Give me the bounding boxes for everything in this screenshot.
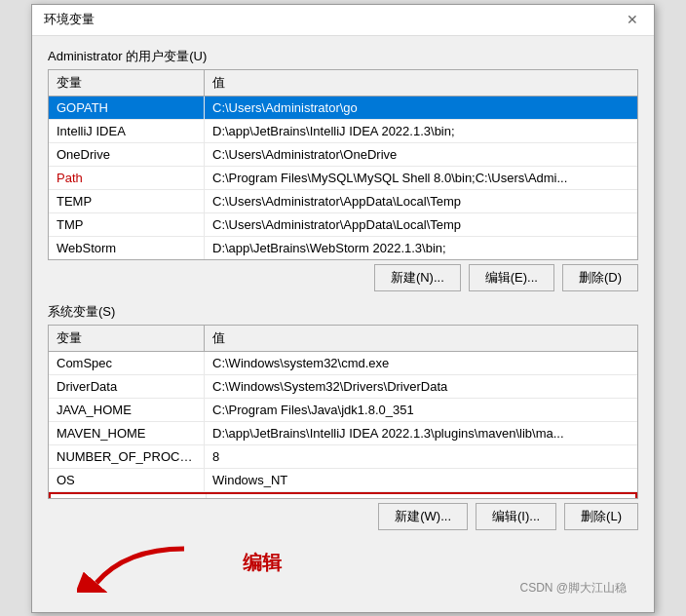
sys-row-name: NUMBER_OF_PROCESSORS xyxy=(49,445,205,468)
user-table-row[interactable]: IntelliJ IDEAD:\app\JetBrains\IntelliJ I… xyxy=(49,120,637,143)
sys-row-value: C:\Program Files\Java\jdk1.8.0_351 xyxy=(205,399,637,421)
user-row-value: C:\Users\Administrator\AppData\Local\Tem… xyxy=(205,190,637,212)
user-row-name: Path xyxy=(49,167,205,189)
user-row-name: TEMP xyxy=(49,190,205,212)
user-row-name: WebStorm xyxy=(49,237,205,259)
user-col-var: 变量 xyxy=(49,70,205,96)
sys-table-row[interactable]: ComSpecC:\Windows\system32\cmd.exe xyxy=(49,352,637,375)
user-row-name: GOPATH xyxy=(49,96,205,119)
sys-table-row[interactable]: JAVA_HOMEC:\Program Files\Java\jdk1.8.0_… xyxy=(49,399,637,422)
user-row-value: D:\app\JetBrains\IntelliJ IDEA 2022.1.3\… xyxy=(205,120,637,142)
user-table-row[interactable]: GOPATHC:\Users\Administrator\go xyxy=(49,96,637,120)
user-row-value: C:\Program Files\MySQL\MySQL Shell 8.0\b… xyxy=(205,167,637,189)
annotation-area: 编辑 CSDN @脚大江山稳 xyxy=(48,542,638,600)
user-table-row[interactable]: TEMPC:\Users\Administrator\AppData\Local… xyxy=(49,190,637,213)
sys-table-header: 变量 值 xyxy=(49,326,637,352)
user-section-label: Administrator 的用户变量(U) xyxy=(48,48,638,65)
sys-row-value: C:\Windows\system32\cmd.exe xyxy=(205,352,637,374)
sys-btn-row: 新建(W)... 编辑(I)... 删除(L) xyxy=(48,503,638,530)
sys-col-val: 值 xyxy=(205,326,637,351)
user-btn-row: 新建(N)... 编辑(E)... 删除(D) xyxy=(48,264,638,291)
user-edit-btn[interactable]: 编辑(E)... xyxy=(469,264,554,291)
sys-col-var: 变量 xyxy=(49,326,205,351)
sys-table-row[interactable]: MAVEN_HOMED:\app\JetBrains\IntelliJ IDEA… xyxy=(49,422,637,445)
sys-table-body[interactable]: ComSpecC:\Windows\system32\cmd.exeDriver… xyxy=(49,352,637,498)
sys-row-value: C:\Windows\System32\Drivers\DriverData xyxy=(205,375,637,398)
user-row-name: IntelliJ IDEA xyxy=(49,120,205,142)
sys-delete-btn[interactable]: 删除(L) xyxy=(564,503,638,530)
user-row-value: C:\Users\Administrator\go xyxy=(205,96,637,119)
edit-annotation-label: 编辑 xyxy=(243,550,282,576)
user-row-value: C:\Users\Administrator\AppData\Local\Tem… xyxy=(205,213,637,236)
sys-row-name: Path xyxy=(51,494,207,498)
sys-row-name: OS xyxy=(49,469,205,491)
user-table-body: GOPATHC:\Users\Administrator\goIntelliJ … xyxy=(49,96,637,259)
sys-section-label: 系统变量(S) xyxy=(48,303,638,321)
sys-table-row[interactable]: DriverDataC:\Windows\System32\Drivers\Dr… xyxy=(49,375,637,399)
user-table-row[interactable]: TMPC:\Users\Administrator\AppData\Local\… xyxy=(49,213,637,237)
close-button[interactable]: ✕ xyxy=(623,10,642,29)
user-row-name: TMP xyxy=(49,213,205,236)
sys-edit-btn[interactable]: 编辑(I)... xyxy=(476,503,556,530)
csdn-watermark: CSDN @脚大江山稳 xyxy=(519,580,627,597)
env-vars-dialog: 环境变量 ✕ Administrator 的用户变量(U) 变量 值 GOPAT… xyxy=(31,4,655,613)
sys-row-value: Windows_NT xyxy=(205,469,637,491)
user-new-btn[interactable]: 新建(N)... xyxy=(374,264,461,291)
sys-row-value: D:\app\vmware\bin;%JAVA_HOME%\bin;C:\Win… xyxy=(207,494,635,498)
dialog-title: 环境变量 xyxy=(44,11,95,28)
sys-row-value: D:\app\JetBrains\IntelliJ IDEA 2022.1.3\… xyxy=(205,422,637,444)
sys-table-row[interactable]: PathD:\app\vmware\bin;%JAVA_HOME%\bin;C:… xyxy=(49,492,637,498)
user-table-row[interactable]: WebStormD:\app\JetBrains\WebStorm 2022.1… xyxy=(49,237,637,259)
user-vars-section: Administrator 的用户变量(U) 变量 值 GOPATHC:\Use… xyxy=(48,48,638,291)
sys-row-value: 8 xyxy=(205,445,637,468)
title-bar: 环境变量 ✕ xyxy=(32,5,654,36)
user-row-value: C:\Users\Administrator\OneDrive xyxy=(205,143,637,166)
sys-table-row[interactable]: OSWindows_NT xyxy=(49,469,637,492)
sys-vars-table: 变量 值 ComSpecC:\Windows\system32\cmd.exeD… xyxy=(48,325,638,499)
red-arrow-icon xyxy=(77,544,194,593)
sys-new-btn[interactable]: 新建(W)... xyxy=(378,503,468,530)
sys-row-name: ComSpec xyxy=(49,352,205,374)
sys-vars-section: 系统变量(S) 变量 值 ComSpecC:\Windows\system32\… xyxy=(48,303,638,530)
sys-table-row[interactable]: NUMBER_OF_PROCESSORS8 xyxy=(49,445,637,469)
user-row-value: D:\app\JetBrains\WebStorm 2022.1.3\bin; xyxy=(205,237,637,259)
dialog-body: Administrator 的用户变量(U) 变量 值 GOPATHC:\Use… xyxy=(32,36,654,612)
sys-row-name: JAVA_HOME xyxy=(49,399,205,421)
user-delete-btn[interactable]: 删除(D) xyxy=(562,264,638,291)
user-row-name: OneDrive xyxy=(49,143,205,166)
user-vars-table: 变量 值 GOPATHC:\Users\Administrator\goInte… xyxy=(48,69,638,260)
user-col-val: 值 xyxy=(205,70,637,96)
user-table-row[interactable]: PathC:\Program Files\MySQL\MySQL Shell 8… xyxy=(49,167,637,190)
sys-row-name: MAVEN_HOME xyxy=(49,422,205,444)
sys-row-name: DriverData xyxy=(49,375,205,398)
user-table-header: 变量 值 xyxy=(49,70,637,96)
user-table-row[interactable]: OneDriveC:\Users\Administrator\OneDrive xyxy=(49,143,637,167)
